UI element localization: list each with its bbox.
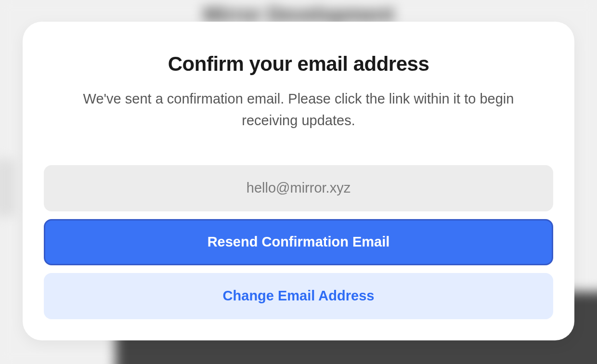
backdrop-shape (0, 159, 14, 217)
modal-subtitle: We've sent a confirmation email. Please … (44, 88, 553, 131)
modal-title: Confirm your email address (44, 52, 553, 76)
resend-confirmation-button[interactable]: Resend Confirmation Email (44, 219, 553, 265)
email-input[interactable] (44, 165, 553, 211)
change-email-button[interactable]: Change Email Address (44, 273, 553, 319)
confirm-email-modal: Confirm your email address We've sent a … (23, 22, 574, 340)
